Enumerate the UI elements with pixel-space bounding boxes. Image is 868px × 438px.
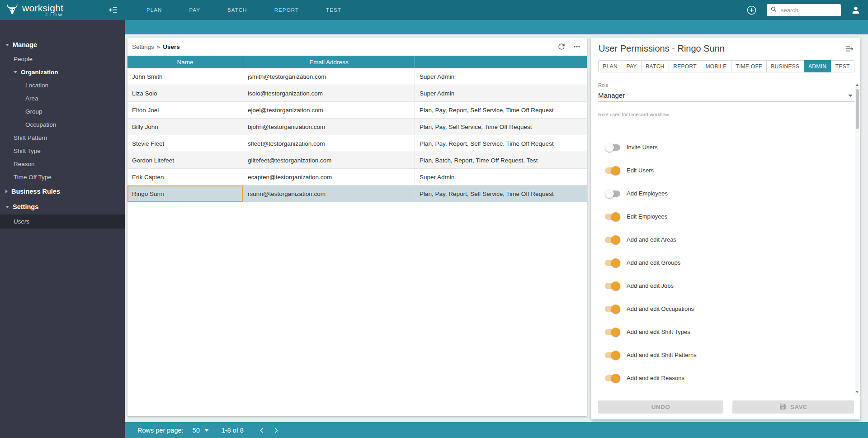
cell-roles[interactable]: Plan, Pay, Self Service, Time Off Reques… [415, 119, 587, 135]
tab-mobile[interactable]: MOBILE [701, 60, 731, 72]
scroll-down-icon[interactable] [856, 391, 859, 393]
table-row[interactable]: Gordon Litefeet glitefeet@testorganizati… [127, 152, 587, 169]
scroll-up-icon[interactable] [856, 84, 859, 86]
cell-roles[interactable]: Super Admin [415, 169, 587, 185]
toggle-row-add-edit-groups: Add and edit Groups [591, 251, 860, 274]
refresh-icon[interactable] [557, 42, 566, 51]
cell-roles[interactable]: Super Admin [415, 85, 587, 101]
panel-scrollbar[interactable] [855, 83, 859, 394]
sidebar-item-occupation[interactable]: Occupation [0, 118, 125, 131]
cell-roles[interactable]: Super Admin [415, 68, 587, 85]
tab-report[interactable]: REPORT [669, 60, 701, 72]
sidebar-item-business-rules[interactable]: Business Rules [0, 184, 125, 199]
add-employees-toggle[interactable] [605, 189, 620, 198]
invite-users-toggle[interactable] [605, 143, 620, 152]
search-box[interactable] [767, 4, 841, 16]
sidebar-item-manage[interactable]: Manage [0, 37, 125, 52]
nav-item-pay[interactable]: PAY [189, 7, 200, 13]
cell-name[interactable]: Gordon Litefeet [127, 152, 243, 168]
cell-name[interactable]: Erik Capten [127, 169, 243, 185]
cell-email[interactable]: jsmith@testorganization.com [243, 68, 415, 85]
add-edit-reasons-toggle[interactable] [605, 374, 620, 383]
table-row[interactable]: Liza Solo lsolo@testorganization.com Sup… [127, 85, 587, 102]
search-input[interactable] [780, 6, 837, 14]
account-icon[interactable] [851, 5, 861, 15]
add-edit-areas-toggle[interactable] [605, 235, 620, 244]
sidebar-collapse-icon[interactable] [107, 4, 119, 16]
cell-name[interactable]: Liza Solo [127, 85, 243, 101]
cell-name[interactable]: John Smith [127, 68, 243, 85]
sidebar-item-time-off-type[interactable]: Time Off Type [0, 171, 125, 184]
tab-business[interactable]: BUSINESS [766, 60, 804, 72]
table-row[interactable]: John Smith jsmith@testorganization.com S… [127, 68, 587, 85]
table-row[interactable]: Stevie Fleet sfleet@testorganization.com… [127, 135, 587, 152]
edit-employees-toggle[interactable] [605, 212, 620, 221]
tab-pay[interactable]: PAY [622, 60, 642, 72]
add-edit-shift-patterns-toggle[interactable] [605, 351, 620, 360]
tab-test[interactable]: TEST [831, 60, 855, 72]
scrollbar-thumb[interactable] [856, 89, 859, 129]
close-panel-icon[interactable] [844, 44, 854, 56]
worksight-logo[interactable]: worksight FLOW [5, 2, 63, 18]
dropdown-caret-icon [204, 429, 209, 432]
cell-email[interactable]: ejoel@testorganization.com [243, 102, 415, 118]
cell-email[interactable]: bjohn@testorganization.com [243, 119, 415, 135]
breadcrumb-users: Users [163, 43, 180, 50]
breadcrumb-settings[interactable]: Settings [132, 43, 154, 50]
cell-name[interactable]: Elton Joel [127, 102, 243, 118]
add-circle-icon[interactable] [746, 5, 757, 15]
tab-plan[interactable]: PLAN [598, 60, 622, 72]
table-row[interactable]: Elton Joel ejoel@testorganization.com Pl… [127, 102, 587, 119]
cell-roles[interactable]: Plan, Batch, Report, Time Off Request, T… [415, 152, 587, 168]
cell-email[interactable]: sfleet@testorganization.com [243, 135, 415, 152]
more-horizontal-icon[interactable] [572, 42, 581, 51]
add-edit-occupations-toggle[interactable] [605, 305, 620, 314]
sidebar-item-location[interactable]: Location [0, 79, 125, 92]
cell-email[interactable]: ecapten@testorganization.com [243, 169, 415, 185]
edit-users-toggle[interactable] [605, 166, 620, 175]
sidebar-item-area[interactable]: Area [0, 92, 125, 105]
undo-button[interactable]: UNDO [598, 400, 723, 414]
cell-roles[interactable]: Plan, Pay, Report, Self Service, Time Of… [415, 102, 587, 118]
table-row-selected[interactable]: Ringo Sunn rsunn@testorganization.com Pl… [127, 186, 587, 202]
sidebar-item-shift-type[interactable]: Shift Type [0, 144, 125, 157]
rows-per-page-select[interactable]: 50 [193, 427, 209, 434]
cell-roles[interactable]: Plan, Pay, Report, Self Service, Time Of… [415, 135, 587, 152]
sidebar-item-people[interactable]: People [0, 52, 125, 66]
nav-item-plan[interactable]: PLAN [146, 7, 162, 13]
tab-time-off[interactable]: TIME OFF [731, 60, 767, 72]
nav-item-test[interactable]: TEST [326, 7, 341, 13]
column-header-email[interactable]: Email Address [243, 56, 415, 68]
sidebar-item-group[interactable]: Group [0, 105, 125, 118]
toggle-label: Add and edit Occupations [627, 305, 694, 312]
toggle-label: Add and edit Jobs [627, 282, 674, 289]
next-page-icon[interactable] [272, 426, 281, 435]
permissions-tab-bar: PLAN PAY BATCH REPORT MOBILE TIME OFF BU… [598, 60, 854, 72]
cell-name[interactable]: Billy John [127, 119, 243, 135]
cell-roles[interactable]: Plan, Pay, Report, Self Service, Time Of… [415, 186, 587, 202]
nav-item-batch[interactable]: BATCH [227, 7, 247, 13]
previous-page-icon[interactable] [257, 426, 266, 435]
cell-email[interactable]: glitefeet@testorganization.com [243, 152, 415, 168]
role-select[interactable]: Manager [598, 89, 854, 102]
column-header-name[interactable]: Name [127, 56, 243, 68]
add-edit-jobs-toggle[interactable] [605, 281, 620, 290]
sidebar-item-users[interactable]: Users [0, 214, 125, 229]
cell-email[interactable]: rsunn@testorganization.com [243, 186, 415, 202]
add-edit-groups-toggle[interactable] [605, 258, 620, 267]
rows-per-page-value: 50 [193, 427, 200, 434]
save-button[interactable]: SAVE [732, 400, 854, 414]
cell-name[interactable]: Ringo Sunn [127, 186, 243, 202]
cell-name[interactable]: Stevie Fleet [127, 135, 243, 152]
sidebar-item-settings[interactable]: Settings [0, 199, 125, 214]
sidebar-item-shift-pattern[interactable]: Shift Pattern [0, 131, 125, 144]
nav-item-report[interactable]: REPORT [274, 7, 299, 13]
tab-admin[interactable]: ADMIN [804, 60, 831, 72]
table-row[interactable]: Billy John bjohn@testorganization.com Pl… [127, 119, 587, 135]
add-edit-shift-types-toggle[interactable] [605, 328, 620, 337]
cell-email[interactable]: lsolo@testorganization.com [243, 85, 415, 101]
table-row[interactable]: Erik Capten ecapten@testorganization.com… [127, 169, 587, 186]
sidebar-item-organization[interactable]: Organization [0, 66, 125, 79]
tab-batch[interactable]: BATCH [641, 60, 669, 72]
sidebar-item-reason[interactable]: Reason [0, 157, 125, 171]
